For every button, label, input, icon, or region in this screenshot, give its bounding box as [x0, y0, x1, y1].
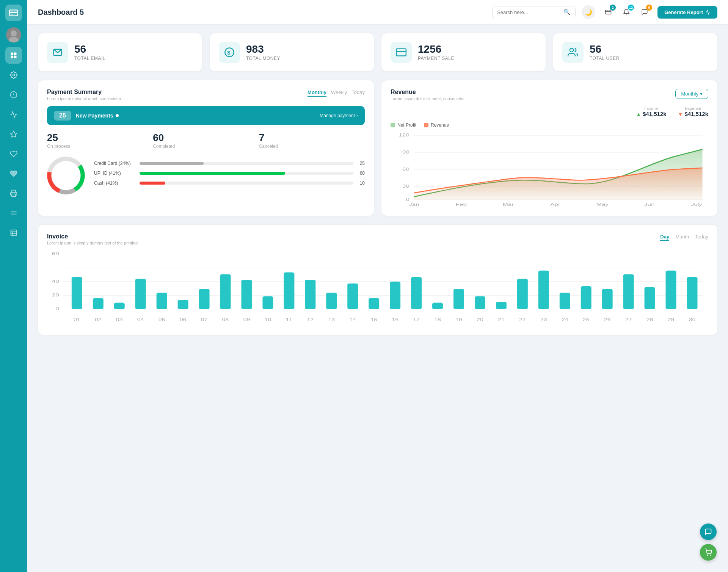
- legend-revenue: Revenue: [424, 122, 449, 128]
- fab-cart[interactable]: [700, 544, 717, 561]
- manage-payment-link[interactable]: Manage payment ›: [320, 113, 358, 118]
- generate-report-label: Generate Report: [664, 9, 703, 15]
- stat-label-money: TOTAL MONEY: [246, 56, 280, 61]
- bar-30: [687, 277, 698, 309]
- sidebar-item-menu[interactable]: [5, 205, 22, 221]
- generate-report-button[interactable]: Generate Report: [657, 6, 717, 19]
- sidebar-item-settings[interactable]: [5, 67, 22, 83]
- page-title: Dashboard 5: [38, 8, 486, 17]
- svg-text:120: 120: [399, 133, 409, 137]
- stat-label-payment: PAYMENT SALE: [418, 56, 454, 61]
- invoice-card: Invoice Lorem Ipsum is simply dummy text…: [38, 225, 717, 335]
- tab-invoice-today[interactable]: Today: [695, 233, 708, 241]
- bar-27: [623, 274, 634, 309]
- revenue-monthly-label: Monthly: [681, 91, 698, 97]
- svg-text:09: 09: [243, 318, 250, 322]
- bar-24: [560, 293, 570, 309]
- svg-rect-27: [396, 49, 406, 56]
- sidebar-item-info[interactable]: [5, 86, 22, 103]
- tab-monthly-payment[interactable]: Monthly: [308, 89, 326, 97]
- bar-28: [645, 287, 655, 309]
- stat-card-payment: 1256 PAYMENT SALE: [381, 33, 546, 71]
- svg-text:24: 24: [562, 318, 568, 322]
- svg-text:06: 06: [180, 318, 187, 322]
- expense-down-icon: ▼: [678, 111, 683, 117]
- stat-card-user: 56 TOTAL USER: [553, 33, 717, 71]
- svg-text:11: 11: [286, 318, 292, 322]
- stats-row: 56 TOTAL EMAIL $ 983 TOTAL MONEY 1256: [38, 33, 717, 71]
- legend-label-net-profit: Net Profit: [397, 122, 416, 128]
- sidebar-item-heart2[interactable]: [5, 165, 22, 182]
- svg-text:20: 20: [52, 293, 59, 297]
- bar-9: [241, 280, 252, 309]
- tab-weekly-payment[interactable]: Weekly: [331, 89, 347, 97]
- payment-summary-subtitle: Lorem ipsum dolor sit amet, consectetur: [47, 96, 121, 101]
- tab-invoice-month[interactable]: Month: [675, 233, 689, 241]
- area-chart: 120 90 60 30 0: [391, 132, 708, 207]
- svg-text:40: 40: [52, 279, 59, 284]
- svg-text:08: 08: [222, 318, 229, 322]
- tab-today-payment[interactable]: Today: [351, 89, 365, 97]
- revenue-monthly-btn[interactable]: Monthly ▾: [675, 89, 708, 99]
- sidebar-item-analytics[interactable]: [5, 106, 22, 123]
- search-input[interactable]: [497, 9, 560, 15]
- svg-point-29: [570, 49, 573, 52]
- expense-label: Expense: [678, 106, 708, 111]
- bar-25: [581, 286, 592, 309]
- svg-text:02: 02: [95, 318, 102, 322]
- bar-20: [475, 296, 485, 309]
- tab-invoice-day[interactable]: Day: [660, 233, 669, 241]
- sidebar-item-list[interactable]: [5, 224, 22, 241]
- chat-badge: 5: [646, 5, 652, 11]
- fab-support[interactable]: [700, 523, 717, 540]
- svg-text:Jun: Jun: [644, 202, 655, 207]
- stat-icon-email: [47, 42, 68, 63]
- revenue-title: Revenue: [391, 89, 465, 96]
- new-payments-dot: [116, 114, 119, 117]
- svg-text:28: 28: [646, 318, 653, 322]
- svg-text:17: 17: [413, 318, 420, 322]
- bar-29: [666, 271, 676, 309]
- income-up-icon: ▲: [636, 111, 641, 117]
- payment-tab-group: Monthly Weekly Today: [308, 89, 365, 97]
- svg-text:18: 18: [434, 318, 441, 322]
- sidebar-avatar[interactable]: [6, 27, 21, 42]
- svg-text:May: May: [596, 202, 609, 207]
- wallet-icon-btn[interactable]: 2: [601, 5, 615, 19]
- svg-point-3: [11, 30, 17, 36]
- svg-text:04: 04: [137, 318, 144, 322]
- chat-icon-btn[interactable]: 5: [638, 5, 651, 19]
- legend-label-revenue: Revenue: [431, 122, 449, 128]
- svg-text:07: 07: [201, 318, 208, 322]
- stat-icon-money: $: [219, 42, 240, 63]
- svg-rect-18: [11, 230, 17, 236]
- pay-label-cash: Cash (41%): [94, 180, 136, 186]
- dark-mode-toggle[interactable]: 🌙: [582, 5, 595, 19]
- pay-row-cash: Cash (41%) 10: [94, 180, 365, 186]
- sidebar-item-print[interactable]: [5, 185, 22, 202]
- sidebar-logo[interactable]: [5, 5, 22, 21]
- content-area: 56 TOTAL EMAIL $ 983 TOTAL MONEY 1256: [27, 24, 728, 344]
- sidebar-item-heart[interactable]: [5, 146, 22, 162]
- bar-18: [432, 303, 443, 309]
- svg-text:27: 27: [625, 318, 632, 322]
- svg-text:$: $: [227, 49, 231, 56]
- main-content: Dashboard 5 🔍 🌙 2 12 5 Generate Report: [27, 0, 728, 572]
- bar-23: [538, 271, 549, 309]
- sidebar-item-dashboard[interactable]: [5, 47, 22, 64]
- metrics-row: 25 On process 60 Completed 7 Canceled: [47, 132, 365, 149]
- metric-on-process: 25 On process: [47, 132, 153, 149]
- pay-bar-fill-cash: [140, 182, 165, 185]
- svg-rect-6: [14, 53, 17, 55]
- donut-chart: [47, 157, 85, 194]
- stat-number-payment: 1256: [418, 44, 454, 55]
- expense-value: ▼ $41,512k: [678, 111, 708, 117]
- payment-summary-title: Payment Summary: [47, 89, 121, 96]
- svg-text:30: 30: [402, 184, 410, 188]
- search-box[interactable]: 🔍: [492, 6, 576, 18]
- bar-1: [72, 277, 82, 309]
- new-payments-label: New Payments: [76, 113, 315, 119]
- sidebar-item-favorites[interactable]: [5, 126, 22, 143]
- svg-text:25: 25: [583, 318, 590, 322]
- bell-icon-btn[interactable]: 12: [620, 5, 633, 19]
